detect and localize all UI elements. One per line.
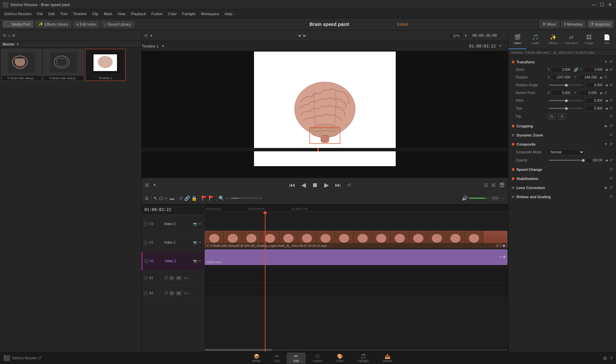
master-dropdown-icon[interactable]: ▼ bbox=[16, 42, 19, 46]
nav-deliver[interactable]: 📤 Deliver bbox=[376, 353, 399, 364]
menu-workspace[interactable]: Workspace bbox=[198, 11, 222, 17]
loop-icon[interactable]: ↺ bbox=[499, 44, 502, 48]
v2-lock-icon[interactable] bbox=[144, 241, 148, 245]
fullscreen-next-icon[interactable]: ⊞ bbox=[492, 182, 496, 188]
zoom-keyframe-icon[interactable]: ◆ bbox=[606, 68, 608, 71]
prev-icon[interactable]: ▼ bbox=[152, 183, 157, 187]
preview-dropdown-icon[interactable]: ▼ bbox=[149, 34, 153, 38]
retime-scaling-header[interactable]: Retime and Scaling ↺ bbox=[510, 193, 614, 201]
prev-frame-button[interactable]: ◀ bbox=[301, 181, 306, 189]
inspector-tab-video[interactable]: 🎬 Video bbox=[508, 30, 526, 49]
clip-color-icon[interactable]: ◆ bbox=[503, 244, 505, 247]
v3-cam-icon[interactable]: 📷 bbox=[193, 222, 197, 226]
lens-correction-header[interactable]: Lens Correction ▶ ↺ bbox=[510, 184, 614, 191]
anchor-y-input[interactable] bbox=[578, 90, 598, 96]
loop-button[interactable]: ↺ bbox=[347, 182, 351, 188]
menu-help[interactable]: Help bbox=[222, 11, 235, 17]
speed-change-header[interactable]: Speed Change ↺ bbox=[510, 165, 614, 173]
zoom-level[interactable]: 22% bbox=[450, 33, 462, 38]
a2-lock-icon[interactable] bbox=[144, 291, 148, 295]
next-frame-icon[interactable]: ▶ bbox=[303, 33, 306, 38]
link-icon[interactable]: 🔗 bbox=[184, 195, 190, 201]
nav-fairlight[interactable]: 🎵 Fairlight bbox=[351, 353, 375, 364]
rotation-keyframe-icon[interactable]: ◆ bbox=[606, 83, 608, 87]
v1-cam-icon[interactable]: 📷 bbox=[193, 259, 197, 263]
dynamic-zoom-reset-icon[interactable]: ↺ bbox=[610, 133, 613, 137]
stabilization-reset-icon[interactable]: ↺ bbox=[610, 176, 613, 181]
zoom-timeline-icon[interactable]: 🔍 bbox=[219, 195, 224, 201]
close-button[interactable]: ✕ bbox=[607, 2, 613, 7]
a1-lock-icon[interactable] bbox=[144, 276, 148, 280]
timeline-dropdown-icon[interactable]: ▼ bbox=[161, 44, 165, 48]
inspector-tab-transition[interactable]: ⇄ Transition bbox=[562, 30, 580, 49]
help-icon[interactable]: ? bbox=[610, 356, 613, 361]
menu-trim[interactable]: Trim bbox=[58, 11, 70, 17]
dim-button[interactable]: DIM bbox=[491, 196, 500, 201]
position-y-input[interactable] bbox=[578, 74, 598, 80]
titlebar-controls[interactable]: — ☐ ✕ bbox=[590, 2, 613, 7]
zoom-y-input[interactable] bbox=[584, 67, 604, 72]
nav-cut[interactable]: ✂ Cut bbox=[268, 353, 286, 364]
pitch-reset-icon[interactable]: ↺ bbox=[610, 98, 613, 103]
lock-icon[interactable]: 🔒 bbox=[191, 195, 197, 201]
blade-tool[interactable]: ▬ bbox=[170, 195, 174, 201]
transform-header[interactable]: Transform ▼ ↺ bbox=[510, 58, 614, 66]
minimize-button[interactable]: — bbox=[590, 2, 597, 7]
menu-fairlight[interactable]: Fairlight bbox=[180, 11, 198, 17]
menu-file[interactable]: File bbox=[35, 11, 46, 17]
speed-change-reset-icon[interactable]: ↺ bbox=[610, 167, 613, 172]
position-reset-icon[interactable]: ↺ bbox=[604, 75, 607, 80]
plus-icon[interactable]: + bbox=[259, 196, 262, 201]
volume-icon[interactable]: 🔊 bbox=[462, 195, 468, 201]
position-keyframe-icon[interactable]: ◆ bbox=[600, 75, 603, 79]
maximize-button[interactable]: ☐ bbox=[599, 2, 606, 7]
opacity-slider[interactable] bbox=[549, 160, 583, 161]
anchor-keyframe-icon[interactable]: ◆ bbox=[600, 91, 603, 95]
pitch-input[interactable] bbox=[586, 98, 604, 103]
v2-cam-icon[interactable]: 📷 bbox=[193, 241, 197, 244]
yaw-slider[interactable] bbox=[549, 108, 583, 109]
yaw-input[interactable] bbox=[586, 105, 604, 111]
zoom-reset-icon[interactable]: ↺ bbox=[610, 67, 613, 72]
cinema-mode-icon[interactable]: 🎬 bbox=[499, 182, 505, 188]
skip-to-start-button[interactable]: ⏮ bbox=[289, 182, 295, 189]
a1-m-badge[interactable]: M bbox=[176, 276, 181, 280]
flag-color-blue[interactable]: 🚩 bbox=[201, 195, 207, 201]
media-pool-button[interactable]: ⬛ Media Pool bbox=[3, 21, 33, 28]
menu-davinci-resolve[interactable]: DaVinci Resolve bbox=[2, 11, 34, 17]
cropping-header[interactable]: Cropping ▶ ↺ bbox=[510, 122, 614, 130]
v1-clip[interactable]: Solid Color 〜 ◆ bbox=[205, 249, 507, 265]
zoom-link-icon[interactable]: 🔗 bbox=[573, 67, 579, 72]
menu-mark[interactable]: Mark bbox=[102, 11, 114, 17]
view-mode-icon[interactable]: ⊞ bbox=[12, 33, 15, 38]
opacity-keyframe-icon[interactable]: ◆ bbox=[606, 158, 608, 162]
stop-button[interactable]: ⏹ bbox=[312, 182, 318, 189]
list-icon[interactable]: ≡ bbox=[8, 34, 10, 38]
preview-menu-icon[interactable]: ⊞ bbox=[144, 33, 147, 38]
mixer-button[interactable]: ⚙ Mixer bbox=[539, 21, 559, 28]
yaw-keyframe-icon[interactable]: ◆ bbox=[606, 107, 608, 110]
snap-icon[interactable]: ↺ bbox=[179, 195, 183, 201]
zoom-x-input[interactable] bbox=[552, 67, 572, 72]
clip-audio-link-icon[interactable]: ⊞ bbox=[496, 244, 499, 247]
v1-eye-icon[interactable]: 👁 bbox=[198, 259, 202, 263]
rotation-reset-icon[interactable]: ↺ bbox=[610, 83, 613, 87]
v1-curve-icon[interactable]: 〜 bbox=[499, 255, 502, 260]
media-item-1[interactable]: © Brain side view.p... bbox=[43, 49, 84, 81]
settings-icon[interactable]: ⚙ bbox=[603, 356, 607, 361]
prev-frame-icon[interactable]: ◀ bbox=[298, 33, 301, 38]
anchor-reset-icon[interactable]: ↺ bbox=[604, 91, 607, 95]
v1-lock-icon[interactable] bbox=[144, 259, 148, 263]
media-item-0[interactable]: © Brain side view.p... bbox=[1, 49, 42, 81]
v2-eye-icon[interactable]: 👁 bbox=[198, 241, 202, 244]
playhead[interactable] bbox=[265, 212, 265, 352]
opacity-reset-icon[interactable]: ↺ bbox=[610, 158, 613, 162]
skip-to-end-button[interactable]: ⏭ bbox=[335, 182, 341, 189]
anchor-x-input[interactable] bbox=[552, 90, 572, 96]
a2-s-badge[interactable]: S bbox=[169, 291, 174, 295]
trim-tool[interactable]: ⊡ bbox=[159, 195, 163, 201]
zoom-dropdown-icon[interactable]: ▼ bbox=[464, 34, 468, 38]
composite-mode-select[interactable]: Normal bbox=[548, 149, 585, 155]
menu-view[interactable]: View bbox=[115, 11, 128, 17]
more-audio-icon[interactable]: ⋯ bbox=[501, 196, 505, 201]
